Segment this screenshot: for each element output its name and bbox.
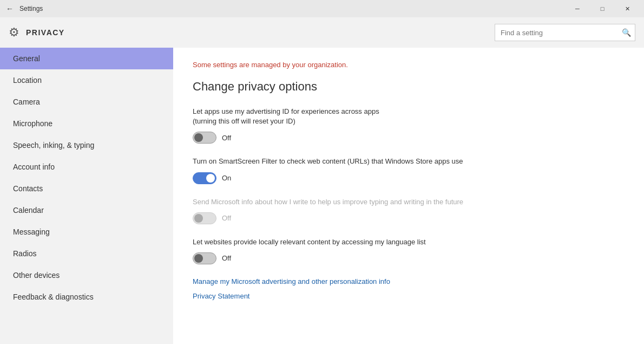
titlebar-title: Settings bbox=[19, 5, 43, 12]
advertising-id-toggle[interactable] bbox=[193, 132, 216, 144]
setting-smartscreen-label: Turn on SmartScreen Filter to check web … bbox=[193, 157, 625, 166]
search-input[interactable] bbox=[495, 29, 617, 37]
language-list-toggle[interactable] bbox=[193, 252, 216, 264]
setting-language-list: Let websites provide locally relevant co… bbox=[193, 237, 625, 264]
titlebar-left: ← Settings bbox=[4, 3, 43, 14]
language-list-toggle-row: Off bbox=[193, 252, 625, 264]
search-box[interactable]: 🔍 bbox=[495, 24, 635, 41]
sidebar-item-camera[interactable]: Camera bbox=[0, 91, 173, 113]
sidebar-item-calendar[interactable]: Calendar bbox=[0, 199, 173, 221]
settings-icon: ⚙ bbox=[9, 25, 19, 40]
smartscreen-toggle-thumb bbox=[206, 174, 215, 183]
smartscreen-toggle-label: On bbox=[222, 174, 231, 182]
setting-advertising-id-label: Let apps use my advertising ID for exper… bbox=[193, 107, 625, 126]
sidebar-item-messaging[interactable]: Messaging bbox=[0, 221, 173, 243]
advertising-id-toggle-thumb bbox=[194, 133, 203, 142]
setting-advertising-id: Let apps use my advertising ID for exper… bbox=[193, 107, 625, 144]
titlebar-controls: ─ □ ✕ bbox=[565, 0, 640, 17]
org-notice: Some settings are managed by your organi… bbox=[193, 61, 625, 69]
maximize-button[interactable]: □ bbox=[590, 0, 615, 17]
search-icon: 🔍 bbox=[617, 24, 635, 41]
advertising-id-toggle-row: Off bbox=[193, 132, 625, 144]
typing-info-toggle-thumb bbox=[194, 214, 203, 223]
main-layout: General Location Camera Microphone Speec… bbox=[0, 48, 644, 344]
advertising-id-toggle-label: Off bbox=[222, 134, 231, 142]
manage-advertising-link[interactable]: Manage my Microsoft advertising and othe… bbox=[193, 277, 625, 285]
setting-language-list-label: Let websites provide locally relevant co… bbox=[193, 237, 625, 247]
sidebar: General Location Camera Microphone Speec… bbox=[0, 48, 173, 344]
section-title: Change privacy options bbox=[193, 80, 625, 94]
typing-info-toggle-label: Off bbox=[222, 214, 231, 222]
typing-info-toggle-row: Off bbox=[193, 212, 625, 224]
sidebar-item-account-info[interactable]: Account info bbox=[0, 156, 173, 178]
setting-typing-info: Send Microsoft info about how I write to… bbox=[193, 197, 625, 224]
smartscreen-toggle-row: On bbox=[193, 172, 625, 184]
language-list-toggle-label: Off bbox=[222, 254, 231, 262]
typing-info-toggle bbox=[193, 212, 216, 224]
sidebar-item-speech[interactable]: Speech, inking, & typing bbox=[0, 134, 173, 156]
header-left: ⚙ PRIVACY bbox=[9, 25, 65, 40]
app-title: PRIVACY bbox=[26, 28, 65, 37]
sidebar-item-feedback-diagnostics[interactable]: Feedback & diagnostics bbox=[0, 286, 173, 308]
titlebar: ← Settings ─ □ ✕ bbox=[0, 0, 644, 17]
language-list-toggle-thumb bbox=[194, 254, 203, 263]
privacy-statement-link[interactable]: Privacy Statement bbox=[193, 292, 625, 300]
app-header: ⚙ PRIVACY 🔍 bbox=[0, 17, 644, 48]
sidebar-item-general[interactable]: General bbox=[0, 48, 173, 69]
app-wrapper: ⚙ PRIVACY 🔍 General Location Camera Micr… bbox=[0, 17, 644, 344]
setting-smartscreen: Turn on SmartScreen Filter to check web … bbox=[193, 157, 625, 184]
sidebar-item-other-devices[interactable]: Other devices bbox=[0, 264, 173, 286]
sidebar-item-location[interactable]: Location bbox=[0, 69, 173, 91]
back-button[interactable]: ← bbox=[4, 3, 15, 14]
sidebar-item-microphone[interactable]: Microphone bbox=[0, 113, 173, 134]
close-button[interactable]: ✕ bbox=[615, 0, 640, 17]
setting-typing-info-label: Send Microsoft info about how I write to… bbox=[193, 197, 625, 207]
smartscreen-toggle[interactable] bbox=[193, 172, 216, 184]
minimize-button[interactable]: ─ bbox=[565, 0, 590, 17]
sidebar-item-radios[interactable]: Radios bbox=[0, 243, 173, 264]
sidebar-item-contacts[interactable]: Contacts bbox=[0, 178, 173, 199]
content-area: Some settings are managed by your organi… bbox=[173, 48, 644, 344]
